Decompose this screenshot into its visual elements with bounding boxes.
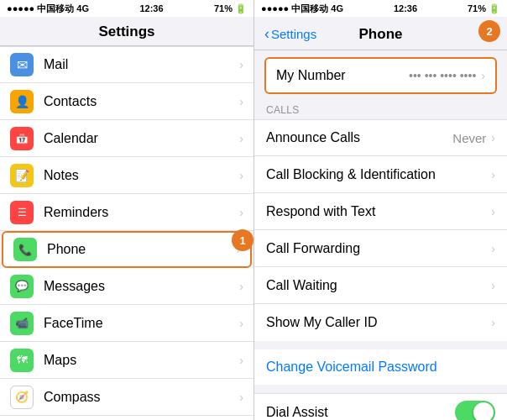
settings-item-phone[interactable]: 📞 Phone › 1 [2,231,252,268]
call-waiting-chevron-icon: › [491,279,495,292]
dial-assist-toggle[interactable] [455,401,495,420]
settings-item-safari[interactable]: ⊙ Safari › [0,416,254,420]
calls-section-label: CALLS [254,101,507,119]
phone-item-call-forwarding[interactable]: Call Forwarding › [254,230,507,267]
compass-chevron-icon: › [239,391,243,404]
settings-item-maps[interactable]: 🗺 Maps › [0,342,254,379]
right-panel: ●●●●● 中国移动 4G 12:36 71% 🔋 ‹ Settings Pho… [254,0,507,420]
voicemail-link[interactable]: Change Voicemail Password [266,360,437,374]
right-status-bar: ●●●●● 中国移动 4G 12:36 71% 🔋 [254,0,507,17]
dial-assist-section: Dial Assist Dial assist automatically de… [254,393,507,420]
settings-list: ✉ Mail › 👤 Contacts › 📅 Calendar › 📝 Not… [0,46,254,420]
back-button[interactable]: ‹ Settings [264,25,316,43]
messages-chevron-icon: › [239,280,243,293]
messages-label: Messages [44,279,239,294]
settings-item-messages[interactable]: 💬 Messages › [0,268,254,305]
my-number-chevron-icon: › [481,69,485,82]
compass-label: Compass [44,390,239,405]
dial-assist-label: Dial Assist [266,405,455,420]
settings-item-notes[interactable]: 📝 Notes › [0,157,254,194]
notes-icon: 📝 [10,164,34,187]
my-number-container: My Number ••• ••• •••• •••• › [259,57,502,94]
mail-label: Mail [44,57,239,72]
maps-icon: 🗺 [10,349,34,372]
compass-icon: 🧭 [10,386,34,409]
time-text: 12:36 [139,3,163,13]
settings-item-contacts[interactable]: 👤 Contacts › [0,83,254,120]
call-blocking-label: Call Blocking & Identification [266,167,491,182]
calendar-chevron-icon: › [239,132,243,145]
battery-text: 71% [214,3,233,13]
maps-chevron-icon: › [239,354,243,367]
settings-item-calendar[interactable]: 📅 Calendar › [0,120,254,157]
phone-icon: 📞 [13,238,37,261]
facetime-label: FaceTime [44,316,239,331]
right-battery-icon: 🔋 [489,3,500,14]
contacts-icon: 👤 [10,90,34,113]
carrier-text: ●●●●● 中国移动 [7,3,74,15]
notes-chevron-icon: › [239,169,243,182]
right-time-text: 12:36 [394,3,417,13]
right-network-text: 4G [331,3,343,13]
settings-item-compass[interactable]: 🧭 Compass › [0,379,254,416]
left-status-bar: ●●●●● 中国移动 4G 12:36 71% 🔋 [0,0,254,17]
caller-id-label: Show My Caller ID [266,315,491,330]
announce-calls-label: Announce Calls [266,130,452,145]
reminders-chevron-icon: › [239,206,243,219]
toggle-thumb [473,402,494,420]
right-status-right: 71% 🔋 [468,3,500,14]
my-number-value: ••• ••• •••• •••• [409,69,476,82]
notes-label: Notes [44,168,239,183]
call-forwarding-label: Call Forwarding [266,241,491,256]
announce-calls-chevron-icon: › [491,131,495,144]
settings-item-facetime[interactable]: 📹 FaceTime › [0,305,254,342]
calendar-label: Calendar [44,131,239,146]
calendar-icon: 📅 [10,127,34,150]
phone-item-respond-text[interactable]: Respond with Text › [254,193,507,230]
maps-label: Maps [44,353,239,368]
step-badge-1: 1 [232,229,254,251]
right-battery-text: 71% [468,3,486,13]
left-panel: ●●●●● 中国移动 4G 12:36 71% 🔋 Settings ✉ Mai… [0,0,254,420]
respond-text-chevron-icon: › [491,205,495,218]
settings-item-mail[interactable]: ✉ Mail › [0,46,254,83]
voicemail-row[interactable]: Change Voicemail Password [254,349,507,385]
mail-chevron-icon: › [239,58,243,71]
phone-item-call-waiting[interactable]: Call Waiting › [254,267,507,304]
call-blocking-chevron-icon: › [491,168,495,181]
right-status-left: ●●●●● 中国移动 4G [261,3,343,15]
my-number-label: My Number [276,68,409,83]
facetime-chevron-icon: › [239,317,243,330]
my-number-row[interactable]: My Number ••• ••• •••• •••• › [264,57,497,94]
phone-settings-list: My Number ••• ••• •••• •••• › CALLS Anno… [254,50,507,420]
call-waiting-label: Call Waiting [266,278,491,293]
phone-label: Phone [47,242,236,257]
status-left: ●●●●● 中国移动 4G [7,3,89,15]
settings-header: Settings [0,17,254,46]
network-text: 4G [76,3,89,13]
battery-icon: 🔋 [235,3,247,14]
facetime-icon: 📹 [10,312,34,335]
settings-title: Settings [98,24,154,39]
contacts-label: Contacts [44,94,239,109]
phone-item-call-blocking[interactable]: Call Blocking & Identification › [254,156,507,193]
respond-text-label: Respond with Text [266,204,491,219]
reminders-icon: ☰ [10,201,34,224]
call-forwarding-chevron-icon: › [491,242,495,255]
back-chevron-icon: ‹ [264,25,269,43]
settings-item-reminders[interactable]: ☰ Reminders › [0,194,254,231]
phone-title: Phone [359,26,403,43]
phone-header: ‹ Settings Phone 2 [254,17,507,50]
calls-section: Announce Calls Never › Call Blocking & I… [254,119,507,341]
announce-calls-value: Never [452,131,486,145]
status-right: 71% 🔋 [214,3,247,14]
phone-item-announce-calls[interactable]: Announce Calls Never › [254,119,507,156]
caller-id-chevron-icon: › [491,316,495,329]
right-carrier-text: ●●●●● 中国移动 [261,3,328,15]
dial-assist-row: Dial Assist [254,394,507,420]
phone-item-caller-id[interactable]: Show My Caller ID › [254,304,507,341]
messages-icon: 💬 [10,275,34,298]
settings-section-main: ✉ Mail › 👤 Contacts › 📅 Calendar › 📝 Not… [0,46,254,420]
reminders-label: Reminders [44,205,239,220]
mail-icon: ✉ [10,53,34,76]
